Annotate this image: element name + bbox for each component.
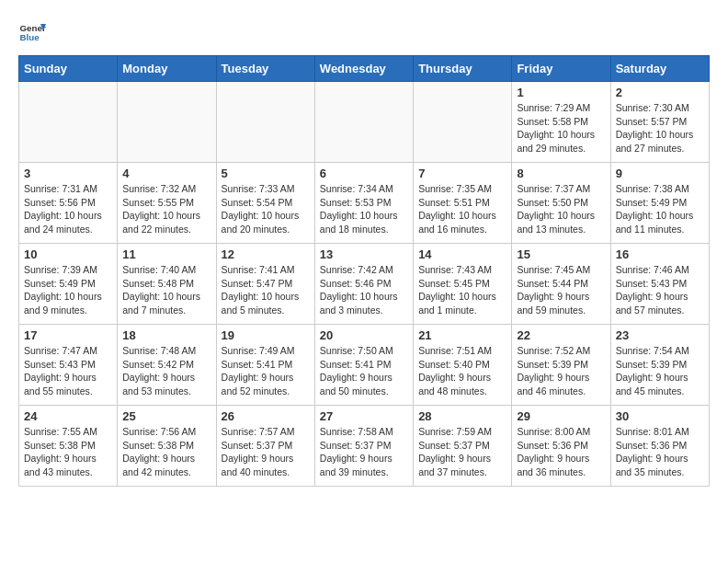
calendar-cell: 7Sunrise: 7:35 AM Sunset: 5:51 PM Daylig… [414, 163, 512, 244]
day-number: 23 [616, 328, 704, 342]
calendar-cell: 12Sunrise: 7:41 AM Sunset: 5:47 PM Dayli… [216, 244, 314, 325]
day-info: Sunrise: 7:37 AM Sunset: 5:50 PM Dayligh… [517, 182, 605, 236]
day-info: Sunrise: 7:30 AM Sunset: 5:57 PM Dayligh… [616, 101, 704, 155]
day-number: 22 [517, 328, 605, 342]
calendar-cell: 26Sunrise: 7:57 AM Sunset: 5:37 PM Dayli… [216, 406, 314, 487]
week-row-0: 1Sunrise: 7:29 AM Sunset: 5:58 PM Daylig… [19, 82, 710, 163]
day-number: 1 [517, 86, 605, 99]
day-info: Sunrise: 7:42 AM Sunset: 5:46 PM Dayligh… [320, 263, 408, 317]
calendar-cell: 22Sunrise: 7:52 AM Sunset: 5:39 PM Dayli… [512, 325, 610, 406]
week-row-4: 24Sunrise: 7:55 AM Sunset: 5:38 PM Dayli… [19, 406, 710, 487]
header: General Blue [18, 18, 710, 46]
calendar-table: SundayMondayTuesdayWednesdayThursdayFrid… [18, 55, 710, 487]
day-number: 28 [418, 409, 506, 423]
calendar-cell: 6Sunrise: 7:34 AM Sunset: 5:53 PM Daylig… [314, 163, 413, 244]
day-number: 6 [320, 167, 408, 180]
day-info: Sunrise: 7:31 AM Sunset: 5:56 PM Dayligh… [24, 182, 112, 236]
day-info: Sunrise: 7:47 AM Sunset: 5:43 PM Dayligh… [24, 344, 112, 398]
day-number: 18 [122, 328, 210, 342]
day-number: 11 [122, 247, 210, 261]
calendar-cell: 9Sunrise: 7:38 AM Sunset: 5:49 PM Daylig… [610, 163, 709, 244]
calendar-cell: 25Sunrise: 7:56 AM Sunset: 5:38 PM Dayli… [118, 406, 216, 487]
day-info: Sunrise: 7:32 AM Sunset: 5:55 PM Dayligh… [122, 182, 210, 236]
calendar-cell: 10Sunrise: 7:39 AM Sunset: 5:49 PM Dayli… [19, 244, 118, 325]
day-info: Sunrise: 7:39 AM Sunset: 5:49 PM Dayligh… [24, 263, 112, 317]
day-info: Sunrise: 7:55 AM Sunset: 5:38 PM Dayligh… [24, 425, 112, 479]
weekday-header-row: SundayMondayTuesdayWednesdayThursdayFrid… [19, 56, 710, 82]
weekday-header-sunday: Sunday [19, 56, 118, 82]
day-info: Sunrise: 7:45 AM Sunset: 5:44 PM Dayligh… [517, 263, 605, 317]
day-number: 25 [122, 409, 210, 423]
calendar-cell [314, 82, 413, 163]
weekday-header-monday: Monday [118, 56, 216, 82]
day-info: Sunrise: 7:35 AM Sunset: 5:51 PM Dayligh… [418, 182, 506, 236]
day-info: Sunrise: 7:49 AM Sunset: 5:41 PM Dayligh… [222, 344, 310, 398]
logo: General Blue [18, 18, 46, 46]
calendar-cell: 11Sunrise: 7:40 AM Sunset: 5:48 PM Dayli… [118, 244, 216, 325]
logo-icon: General Blue [18, 18, 46, 46]
weekday-header-thursday: Thursday [414, 56, 512, 82]
day-info: Sunrise: 7:29 AM Sunset: 5:58 PM Dayligh… [517, 101, 605, 155]
calendar-cell: 23Sunrise: 7:54 AM Sunset: 5:39 PM Dayli… [610, 325, 709, 406]
day-info: Sunrise: 7:50 AM Sunset: 5:41 PM Dayligh… [320, 344, 408, 398]
day-info: Sunrise: 8:00 AM Sunset: 5:36 PM Dayligh… [517, 425, 605, 479]
week-row-3: 17Sunrise: 7:47 AM Sunset: 5:43 PM Dayli… [19, 325, 710, 406]
calendar-cell: 27Sunrise: 7:58 AM Sunset: 5:37 PM Dayli… [314, 406, 413, 487]
day-info: Sunrise: 7:46 AM Sunset: 5:43 PM Dayligh… [616, 263, 704, 317]
calendar-cell: 17Sunrise: 7:47 AM Sunset: 5:43 PM Dayli… [19, 325, 118, 406]
calendar-cell: 19Sunrise: 7:49 AM Sunset: 5:41 PM Dayli… [216, 325, 314, 406]
weekday-header-wednesday: Wednesday [314, 56, 413, 82]
svg-text:Blue: Blue [20, 32, 40, 42]
day-info: Sunrise: 7:51 AM Sunset: 5:40 PM Dayligh… [418, 344, 506, 398]
day-number: 21 [418, 328, 506, 342]
calendar-cell [118, 82, 216, 163]
calendar-cell: 2Sunrise: 7:30 AM Sunset: 5:57 PM Daylig… [610, 82, 709, 163]
day-info: Sunrise: 7:57 AM Sunset: 5:37 PM Dayligh… [222, 425, 310, 479]
day-number: 15 [517, 247, 605, 261]
day-info: Sunrise: 7:59 AM Sunset: 5:37 PM Dayligh… [418, 425, 506, 479]
day-number: 8 [517, 167, 605, 180]
calendar-cell: 3Sunrise: 7:31 AM Sunset: 5:56 PM Daylig… [19, 163, 118, 244]
calendar-cell: 13Sunrise: 7:42 AM Sunset: 5:46 PM Dayli… [314, 244, 413, 325]
calendar-cell: 18Sunrise: 7:48 AM Sunset: 5:42 PM Dayli… [118, 325, 216, 406]
day-info: Sunrise: 7:43 AM Sunset: 5:45 PM Dayligh… [418, 263, 506, 317]
day-info: Sunrise: 7:54 AM Sunset: 5:39 PM Dayligh… [616, 344, 704, 398]
day-info: Sunrise: 7:41 AM Sunset: 5:47 PM Dayligh… [222, 263, 310, 317]
weekday-header-saturday: Saturday [610, 56, 709, 82]
day-number: 4 [122, 167, 210, 180]
weekday-header-friday: Friday [512, 56, 610, 82]
day-info: Sunrise: 7:34 AM Sunset: 5:53 PM Dayligh… [320, 182, 408, 236]
day-number: 16 [616, 247, 704, 261]
calendar-cell: 20Sunrise: 7:50 AM Sunset: 5:41 PM Dayli… [314, 325, 413, 406]
day-info: Sunrise: 7:58 AM Sunset: 5:37 PM Dayligh… [320, 425, 408, 479]
day-number: 7 [418, 167, 506, 180]
day-number: 14 [418, 247, 506, 261]
day-number: 3 [24, 167, 112, 180]
day-number: 9 [616, 167, 704, 180]
day-number: 26 [222, 409, 310, 423]
week-row-2: 10Sunrise: 7:39 AM Sunset: 5:49 PM Dayli… [19, 244, 710, 325]
day-info: Sunrise: 7:48 AM Sunset: 5:42 PM Dayligh… [122, 344, 210, 398]
day-info: Sunrise: 7:40 AM Sunset: 5:48 PM Dayligh… [122, 263, 210, 317]
calendar-cell: 28Sunrise: 7:59 AM Sunset: 5:37 PM Dayli… [414, 406, 512, 487]
calendar-cell: 15Sunrise: 7:45 AM Sunset: 5:44 PM Dayli… [512, 244, 610, 325]
weekday-header-tuesday: Tuesday [216, 56, 314, 82]
calendar-cell: 16Sunrise: 7:46 AM Sunset: 5:43 PM Dayli… [610, 244, 709, 325]
day-number: 19 [222, 328, 310, 342]
calendar-cell [414, 82, 512, 163]
day-number: 10 [24, 247, 112, 261]
day-number: 24 [24, 409, 112, 423]
day-info: Sunrise: 7:33 AM Sunset: 5:54 PM Dayligh… [222, 182, 310, 236]
day-number: 30 [616, 409, 704, 423]
day-info: Sunrise: 7:52 AM Sunset: 5:39 PM Dayligh… [517, 344, 605, 398]
day-info: Sunrise: 7:56 AM Sunset: 5:38 PM Dayligh… [122, 425, 210, 479]
calendar-cell: 30Sunrise: 8:01 AM Sunset: 5:36 PM Dayli… [610, 406, 709, 487]
day-info: Sunrise: 8:01 AM Sunset: 5:36 PM Dayligh… [616, 425, 704, 479]
week-row-1: 3Sunrise: 7:31 AM Sunset: 5:56 PM Daylig… [19, 163, 710, 244]
day-number: 5 [222, 167, 310, 180]
day-number: 12 [222, 247, 310, 261]
day-number: 29 [517, 409, 605, 423]
calendar-cell: 5Sunrise: 7:33 AM Sunset: 5:54 PM Daylig… [216, 163, 314, 244]
day-number: 2 [616, 86, 704, 99]
calendar-cell [216, 82, 314, 163]
